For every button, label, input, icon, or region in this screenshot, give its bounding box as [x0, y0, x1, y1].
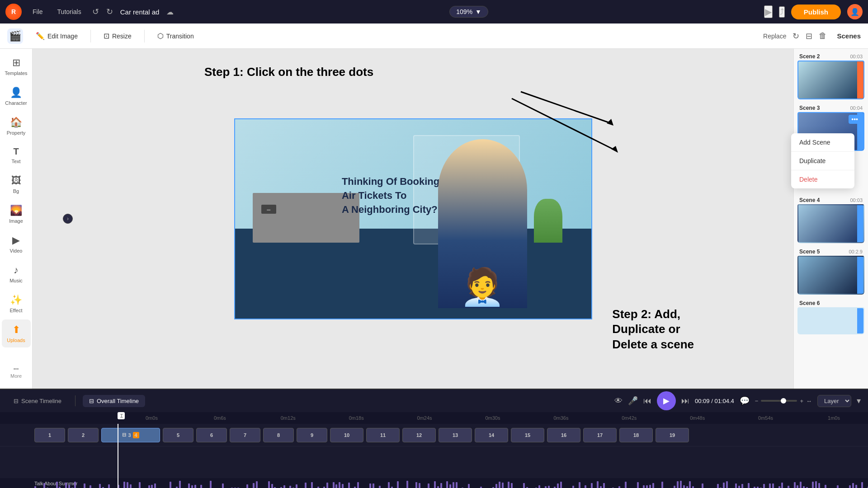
delete-btn[interactable]: 🗑	[819, 31, 827, 41]
undo-button[interactable]: ↺	[92, 7, 99, 17]
layer-selector[interactable]: Layer	[817, 395, 851, 407]
scene-thumb-2[interactable]: Scene 2 00:03	[797, 52, 864, 99]
clip-8[interactable]: 8	[263, 428, 294, 442]
sidebar-item-music[interactable]: ♪ Music	[2, 260, 31, 288]
clip-3-4[interactable]: ⊟34	[101, 428, 160, 442]
clip-14[interactable]: 14	[475, 428, 508, 442]
edit-image-label: Edit Image	[47, 33, 78, 40]
overall-timeline-tab[interactable]: ⊟ Overall Timeline	[83, 395, 145, 407]
clip-13[interactable]: 13	[439, 428, 472, 442]
scene-thumb-6[interactable]: Scene 6	[797, 299, 864, 334]
more-button[interactable]: ••• More	[2, 361, 31, 383]
playhead-line	[118, 424, 118, 478]
skip-forward-btn[interactable]: ⏭	[681, 396, 689, 406]
property-label: Property	[7, 130, 26, 136]
clip-12[interactable]: 12	[402, 428, 436, 442]
clip-16[interactable]: 16	[547, 428, 580, 442]
sidebar-item-bg[interactable]: 🖼 Bg	[2, 170, 31, 198]
ruler-tick-7: 0m42s	[595, 415, 663, 421]
sidebar-item-character[interactable]: 👤 Character	[2, 82, 31, 110]
monitor-screen: ▬	[267, 207, 270, 211]
ruler-tick-10: 1m0s	[800, 415, 868, 421]
ruler-tick-3: 0m18s	[322, 415, 391, 421]
clip-15[interactable]: 15	[511, 428, 544, 442]
scene-4-color-bar	[857, 205, 863, 242]
audio-track: Talk About Summer	[0, 478, 868, 488]
logo-text: R	[11, 8, 16, 15]
split-view-btn[interactable]: ⊟	[806, 31, 812, 41]
character-icon: 👤	[10, 87, 22, 99]
scene-thumb-4[interactable]: Scene 4 00:03	[797, 196, 864, 243]
music-icon: ♪	[14, 264, 19, 276]
zoom-slider-track[interactable]	[761, 400, 797, 402]
sidebar-item-image[interactable]: 🌄 Image	[2, 200, 31, 228]
effect-icon: ✨	[10, 294, 22, 306]
clip-7[interactable]: 7	[230, 428, 260, 442]
topbar: R File Tutorials ↺ ↻ Car rental ad ☁ 109…	[0, 0, 868, 23]
sidebar-item-video[interactable]: ▶ Video	[2, 230, 31, 258]
user-avatar[interactable]: 👤	[847, 4, 863, 19]
text-label: Text	[11, 159, 20, 164]
clip-5[interactable]: 5	[163, 428, 193, 442]
mic-btn[interactable]: 🎤	[628, 396, 638, 406]
ruler-tick-5: 0m30s	[459, 415, 527, 421]
clip-11[interactable]: 11	[366, 428, 400, 442]
app-logo[interactable]: R	[5, 4, 22, 20]
transition-button[interactable]: ⬡ Transition	[148, 28, 203, 44]
clip-6[interactable]: 6	[196, 428, 227, 442]
fit-width-icon[interactable]: ↔	[806, 398, 812, 404]
delete-scene-item[interactable]: Delete	[793, 170, 854, 188]
clip-1[interactable]: 1	[34, 428, 65, 442]
step2-text: Step 2: Add,Duplicate orDelete a scene	[612, 307, 694, 352]
scene-monitor: ▬	[261, 205, 276, 214]
clip-19[interactable]: 19	[656, 428, 689, 442]
sidebar-item-effect[interactable]: ✨ Effect	[2, 290, 31, 318]
zoom-control[interactable]: 109% ▼	[449, 6, 488, 18]
sidebar-item-uploads[interactable]: ⬆ Uploads	[2, 319, 31, 347]
scene-6-info: Scene 6	[797, 299, 864, 307]
tutorials-menu[interactable]: Tutorials	[54, 6, 85, 17]
total-time: 01:04.4	[714, 398, 734, 404]
add-scene-item[interactable]: Add Scene	[793, 133, 854, 152]
sidebar-item-property[interactable]: 🏠 Property	[2, 112, 31, 140]
share-button[interactable]: ⤴	[779, 6, 785, 18]
canvas-area: › ▬ Thinking Of Booking Air Tickets To A…	[33, 49, 793, 389]
scene-2-info: Scene 2 00:03	[797, 52, 864, 61]
visibility-toggle-btn[interactable]: 👁	[614, 396, 623, 406]
zoom-chevron-icon: ▼	[475, 8, 481, 15]
clip-17[interactable]: 17	[583, 428, 617, 442]
duplicate-scene-item[interactable]: Duplicate	[793, 152, 854, 170]
skip-back-btn[interactable]: ⏮	[643, 396, 651, 406]
collapse-panel-btn[interactable]: ›	[63, 214, 73, 224]
preview-button[interactable]: ▶	[764, 5, 773, 18]
sidebar-item-text[interactable]: T Text	[2, 142, 31, 169]
scene-timeline-tab[interactable]: ⊟ Scene Timeline	[7, 395, 68, 407]
scene-thumb-5[interactable]: Scene 5 00:2.9	[797, 248, 864, 295]
templates-icon: ⊞	[12, 57, 20, 69]
refresh-icon-btn[interactable]: ↻	[793, 31, 799, 41]
redo-button[interactable]: ↻	[106, 7, 113, 17]
resize-button[interactable]: ⊡ Resize	[94, 28, 141, 44]
zoom-control-timeline: − + ↔	[755, 398, 812, 404]
transition-icon: ⬡	[157, 32, 164, 40]
timeline-expand-btn[interactable]: ▾	[857, 396, 861, 406]
zoom-plus-icon[interactable]: +	[800, 398, 803, 404]
clip-2[interactable]: 2	[68, 428, 99, 442]
scene-panel-icon: 🎬	[9, 30, 21, 42]
zoom-minus-icon[interactable]: −	[755, 398, 759, 404]
transition-label: Transition	[166, 33, 194, 40]
play-pause-button[interactable]: ▶	[657, 391, 676, 410]
captions-btn[interactable]: 💬	[740, 396, 750, 406]
clip-10[interactable]: 10	[330, 428, 363, 442]
clip-9[interactable]: 9	[297, 428, 327, 442]
replace-button[interactable]: Replace	[763, 33, 786, 40]
three-dots-button[interactable]: •••	[849, 115, 861, 124]
clip-18[interactable]: 18	[619, 428, 653, 442]
clip-track-content: 1 2 ⊟34 5 6 7 8 9 10 11 12 13 14 15 16 1…	[34, 427, 868, 443]
scene-3-time: 00:04	[850, 105, 863, 111]
file-menu[interactable]: File	[29, 6, 47, 17]
publish-button[interactable]: Publish	[791, 5, 841, 19]
edit-image-button[interactable]: ✏️ Edit Image	[27, 28, 87, 44]
scene-3-name: Scene 3	[799, 105, 820, 111]
sidebar-item-templates[interactable]: ⊞ Templates	[2, 52, 31, 80]
